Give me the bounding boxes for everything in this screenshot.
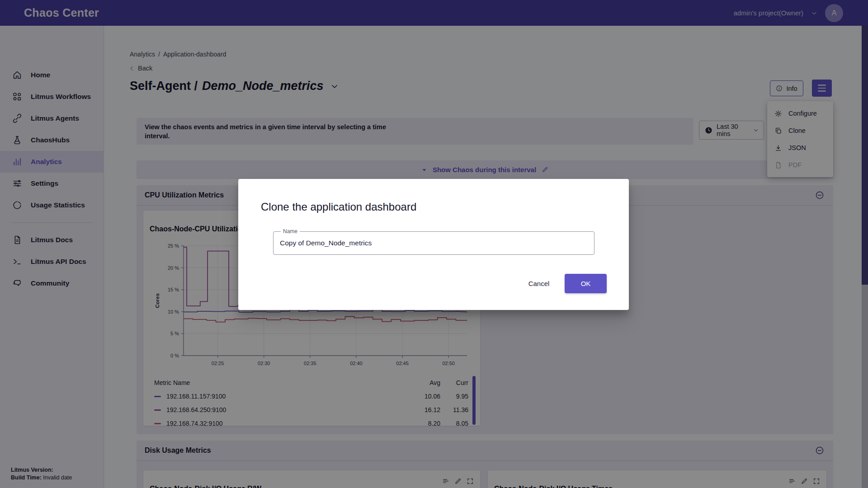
name-field-value[interactable]: Copy of Demo_Node_metrics (280, 232, 372, 254)
name-field[interactable]: Name Copy of Demo_Node_metrics (273, 231, 594, 255)
ok-button[interactable]: OK (565, 274, 607, 293)
cancel-button[interactable]: Cancel (526, 275, 552, 292)
clone-dashboard-dialog: Clone the application dashboard Name Cop… (238, 179, 629, 310)
dialog-title: Clone the application dashboard (261, 201, 416, 213)
